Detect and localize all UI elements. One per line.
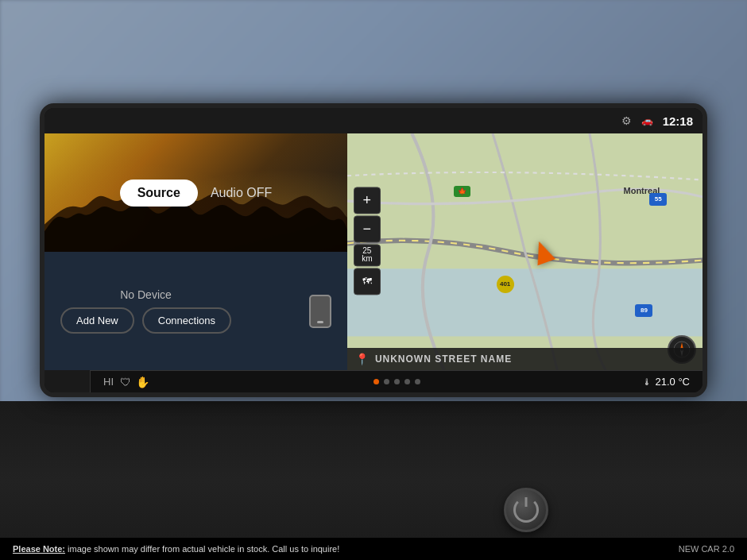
power-ring-icon (513, 497, 539, 523)
audio-off-label: Audio OFF (211, 186, 272, 200)
map-layers-button[interactable]: 🗺 (354, 268, 381, 295)
concert-background: Source Audio OFF (45, 133, 347, 252)
power-button[interactable] (504, 488, 548, 532)
svg-rect-0 (347, 268, 702, 336)
scale-indicator: 25 km (354, 244, 381, 266)
bottom-bar: HI 🛡 ✋ 🌡 21.0 °C (91, 370, 702, 392)
dot-1[interactable] (374, 379, 379, 384)
audio-controls: Source Audio OFF (45, 180, 347, 207)
car-icon: 🚗 (641, 115, 653, 126)
device-section: No Device Add New Connections (60, 288, 231, 334)
map-controls: + − 25 km 🗺 (354, 187, 381, 295)
highway-401-marker: 401 (497, 276, 514, 293)
phone-icon-area (309, 295, 331, 328)
no-device-text: No Device (60, 288, 231, 301)
dot-5[interactable] (415, 379, 420, 384)
scale-unit: km (362, 255, 372, 263)
disclaimer-text: Please Note: image shown may differ from… (13, 544, 339, 554)
highway-leaf-marker: 🍁 (454, 186, 470, 197)
street-name-bar: 📍 UNKNOWN STREET NAME (347, 348, 702, 370)
highway-55-marker: 55 (649, 193, 667, 206)
audio-panel: Source Audio OFF No Device Add New Conne… (45, 133, 347, 370)
map-panel[interactable]: Montreal 🍁 401 89 55 + − 25 km 🗺 (347, 133, 702, 370)
connections-button[interactable]: Connections (142, 307, 231, 334)
map-svg (347, 133, 702, 370)
audio-bottom-section: No Device Add New Connections (45, 252, 347, 370)
page-indicators (91, 370, 702, 392)
zoom-in-button[interactable]: + (354, 187, 381, 214)
zoom-out-button[interactable]: − (354, 215, 381, 242)
dot-4[interactable] (404, 379, 410, 384)
add-new-button[interactable]: Add New (60, 307, 134, 334)
clock-display: 12:18 (663, 114, 693, 128)
phone-device-icon (309, 295, 331, 328)
screen-bezel: 🔔 2 ⌂ △ ♪ ✆ ✿ ⚙ 🚗 12:18 (40, 103, 707, 397)
disclaimer-body: image shown may differ from actual vehic… (68, 544, 339, 554)
dot-2[interactable] (384, 379, 389, 384)
source-button[interactable]: Source (120, 180, 198, 207)
main-panels: Source Audio OFF No Device Add New Conne… (45, 133, 702, 370)
settings-icon[interactable]: ⚙ (621, 114, 632, 127)
dot-3[interactable] (394, 379, 400, 384)
street-icon: 📍 (355, 353, 369, 365)
footer-bar: Please Note: image shown may differ from… (0, 538, 747, 560)
status-bar: ⚙ 🚗 12:18 (45, 108, 702, 133)
street-name-label: UNKNOWN STREET NAME (375, 353, 512, 365)
dashboard-area (0, 401, 747, 560)
please-note-label: Please Note: (13, 544, 65, 554)
button-row: Add New Connections (60, 307, 231, 334)
newcar-logo: NEW CAR 2.0 (679, 544, 734, 554)
highway-89-marker: 89 (635, 304, 652, 317)
newcar-logo-text: NEW CAR 2.0 (679, 544, 734, 554)
